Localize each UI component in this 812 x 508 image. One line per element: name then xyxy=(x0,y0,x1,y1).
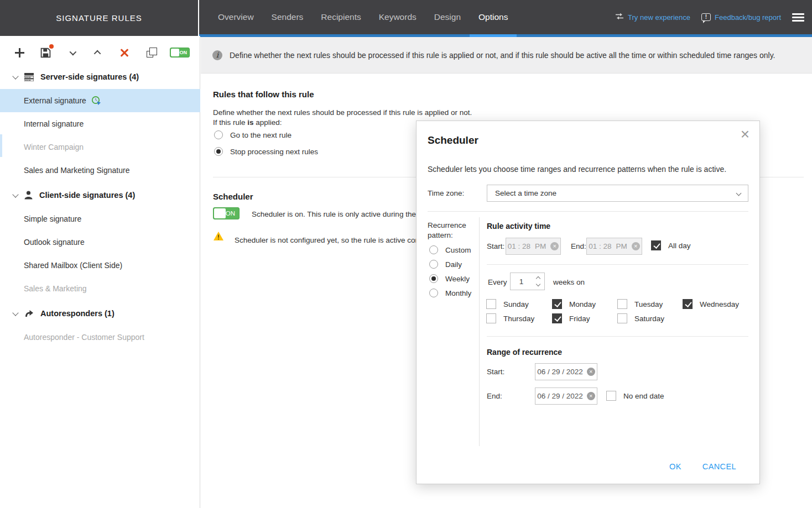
time-zone-label: Time zone: xyxy=(428,189,464,197)
scheduler-toggle[interactable]: ON xyxy=(213,207,240,219)
dialog-title: Scheduler xyxy=(428,134,478,146)
copy-icon xyxy=(147,51,153,57)
sidebar-toolbar: ON xyxy=(0,40,200,65)
tab-overview[interactable]: Overview xyxy=(209,0,263,34)
save-button[interactable] xyxy=(39,45,53,60)
checkbox-icon[interactable] xyxy=(606,391,616,401)
delete-rule-button[interactable] xyxy=(117,45,132,60)
rule-external-signature[interactable]: External signature xyxy=(0,89,200,112)
clear-time-icon[interactable]: × xyxy=(550,242,559,250)
activity-start-input[interactable]: 01 : 28 PM × xyxy=(506,238,561,255)
day-thursday[interactable]: Thursday xyxy=(486,313,534,323)
range-start-input[interactable]: 06 / 29 / 2022 × xyxy=(535,363,597,380)
radio-unselected-icon[interactable] xyxy=(429,260,438,269)
checkbox-checked-icon[interactable] xyxy=(552,299,562,309)
group-autoresponders[interactable]: Autoresponders (1) xyxy=(0,302,200,325)
clear-time-icon[interactable]: × xyxy=(632,242,640,250)
rule-shared-mailbox[interactable]: Shared Mailbox (Client Side) xyxy=(0,254,200,277)
clear-date-icon[interactable]: × xyxy=(587,368,595,376)
person-icon xyxy=(24,191,33,200)
day-saturday[interactable]: Saturday xyxy=(617,313,664,323)
chevron-down-icon[interactable] xyxy=(536,282,540,286)
dialog-description: Scheduler lets you choose time ranges an… xyxy=(428,165,726,174)
dialog-vertical-divider xyxy=(479,217,480,446)
rule-enabled-toggle[interactable]: ON xyxy=(170,48,190,57)
rule-sales-and-marketing-signature[interactable]: Sales and Marketing Signature xyxy=(0,159,200,182)
move-up-button[interactable] xyxy=(91,45,106,60)
feedback-link[interactable]: ! Feedback/bug report xyxy=(701,13,781,22)
clear-date-icon[interactable]: × xyxy=(587,392,595,400)
activity-end-input[interactable]: 01 : 28 PM × xyxy=(586,238,642,255)
radio-unselected-icon[interactable] xyxy=(429,289,438,297)
app-title: SIGNATURE RULES xyxy=(56,13,142,23)
checkbox-icon[interactable] xyxy=(617,313,627,323)
chevron-down-icon xyxy=(69,48,76,55)
checkbox-checked-icon[interactable] xyxy=(683,299,693,309)
scroll-indicator xyxy=(0,134,2,157)
duplicate-rule-button[interactable] xyxy=(144,45,158,60)
recurrence-monthly[interactable]: Monthly xyxy=(429,289,471,297)
no-end-date-option[interactable]: No end date xyxy=(606,391,664,401)
stepper-arrows[interactable] xyxy=(532,273,544,290)
rule-autoresponder-customer-support[interactable]: Autoresponder - Customer Support xyxy=(0,326,200,349)
tab-keywords[interactable]: Keywords xyxy=(370,0,425,34)
option-stop-processing[interactable]: Stop processing next rules xyxy=(214,147,318,156)
radio-unselected-icon[interactable] xyxy=(429,245,438,254)
day-monday[interactable]: Monday xyxy=(552,299,596,309)
dialog-divider xyxy=(487,264,748,265)
day-sunday[interactable]: Sunday xyxy=(486,299,529,309)
recurrence-daily[interactable]: Daily xyxy=(429,260,462,269)
chevron-up-icon[interactable] xyxy=(536,276,540,281)
rules-sidebar: ON Server-side signatures (4) External s… xyxy=(0,36,200,508)
checkbox-icon[interactable] xyxy=(617,299,627,309)
rules-follow-condition: If this rule is applied: xyxy=(213,118,282,127)
swap-arrows-icon xyxy=(615,13,624,22)
recurrence-weekly[interactable]: Weekly xyxy=(429,274,470,283)
range-end-input[interactable]: 06 / 29 / 2022 × xyxy=(535,387,597,405)
recurrence-custom[interactable]: Custom xyxy=(429,245,471,254)
checkbox-icon[interactable] xyxy=(486,313,496,323)
time-zone-select[interactable]: Select a time zone xyxy=(487,185,748,202)
add-rule-button[interactable] xyxy=(12,45,27,60)
checkbox-checked-icon[interactable] xyxy=(552,313,562,323)
move-down-button[interactable] xyxy=(65,45,79,60)
rule-outlook-signature[interactable]: Outlook signature xyxy=(0,231,200,254)
checkbox-checked-icon[interactable] xyxy=(651,240,661,250)
app-title-bar: SIGNATURE RULES xyxy=(0,0,198,36)
activity-end-label: End: xyxy=(571,242,586,250)
tab-design[interactable]: Design xyxy=(425,0,470,34)
day-tuesday[interactable]: Tuesday xyxy=(617,299,663,309)
radio-unselected-icon[interactable] xyxy=(214,130,223,139)
week-interval-stepper[interactable]: 1 xyxy=(510,273,545,290)
day-wednesday[interactable]: Wednesday xyxy=(683,299,739,309)
chevron-up-icon xyxy=(94,50,101,57)
radio-selected-icon[interactable] xyxy=(214,147,223,156)
day-friday[interactable]: Friday xyxy=(552,313,590,323)
tab-senders[interactable]: Senders xyxy=(263,0,313,34)
radio-selected-icon[interactable] xyxy=(429,274,438,283)
dialog-divider xyxy=(487,336,748,337)
autoresponder-arrow-icon xyxy=(24,310,34,317)
try-new-experience-link[interactable]: Try new experience xyxy=(615,13,690,22)
tab-recipients[interactable]: Recipients xyxy=(312,0,369,34)
rule-simple-signature[interactable]: Simple signature xyxy=(0,207,200,231)
tab-bar: Overview Senders Recipients Keywords Des… xyxy=(209,0,517,34)
option-go-next-rule[interactable]: Go to the next rule xyxy=(214,130,292,139)
checkbox-icon[interactable] xyxy=(486,299,496,309)
rule-internal-signature[interactable]: Internal signature xyxy=(0,112,200,135)
tab-options[interactable]: Options xyxy=(470,0,517,34)
ok-button[interactable]: OK xyxy=(669,462,681,471)
info-icon: i xyxy=(212,50,222,60)
chevron-down-icon[interactable] xyxy=(12,191,18,197)
rule-winter-campaign[interactable]: Winter Campaign xyxy=(0,135,200,159)
chevron-down-icon[interactable] xyxy=(12,73,18,79)
rule-sales-marketing[interactable]: Sales & Marketing xyxy=(0,277,200,300)
all-day-option[interactable]: All day xyxy=(651,240,691,250)
toggle-knob xyxy=(214,208,226,218)
close-icon[interactable]: × xyxy=(741,127,749,142)
group-server-side-signatures[interactable]: Server-side signatures (4) xyxy=(0,65,200,88)
group-client-side-signatures[interactable]: Client-side signatures (4) xyxy=(0,184,200,207)
chevron-down-icon[interactable] xyxy=(12,310,18,316)
menu-icon[interactable] xyxy=(792,13,804,22)
cancel-button[interactable]: CANCEL xyxy=(702,462,736,471)
